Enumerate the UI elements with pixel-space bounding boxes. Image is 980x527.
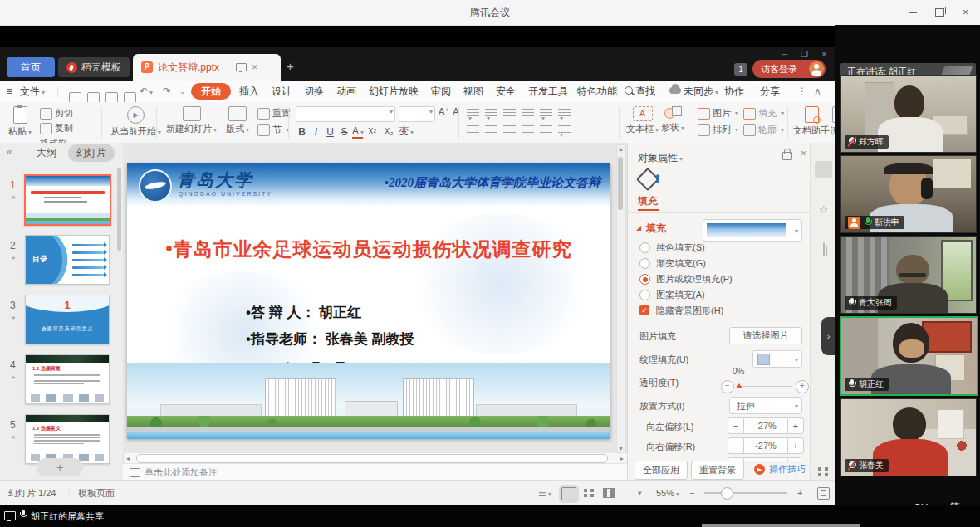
- collapse-sidebar-icon[interactable]: «: [7, 146, 12, 158]
- offset-right-value[interactable]: -27%: [744, 437, 787, 454]
- offset-left-value[interactable]: -27%: [744, 417, 787, 434]
- redo-icon[interactable]: ↷: [163, 81, 171, 102]
- scroll-down-icon[interactable]: ▼: [617, 446, 625, 451]
- layout-button[interactable]: 版式: [226, 106, 249, 135]
- zoom-out-icon[interactable]: −: [689, 481, 694, 505]
- wps-window-controls[interactable]: ─❒×: [782, 49, 826, 59]
- grow-font-button[interactable]: A⁺: [439, 106, 449, 122]
- transparency-plus[interactable]: +: [796, 380, 809, 393]
- quickbar-more-icon[interactable]: ⌄: [179, 81, 186, 102]
- guest-login-button[interactable]: 访客登录: [752, 60, 826, 78]
- zoom-level[interactable]: 55%: [656, 481, 679, 505]
- play-from-current-button[interactable]: ▶ 从当前开始: [110, 106, 161, 138]
- properties-pane-icon[interactable]: [815, 161, 832, 178]
- offset-right-plus[interactable]: +: [787, 437, 804, 454]
- minimize-icon[interactable]: [909, 12, 917, 13]
- hide-background-checkbox[interactable]: ✓: [639, 305, 649, 315]
- menu-review[interactable]: 审阅: [431, 81, 451, 102]
- menu-features[interactable]: 特色功能: [577, 81, 617, 102]
- close-icon[interactable]: ×: [963, 8, 968, 17]
- menu-devtools[interactable]: 开发工具: [528, 81, 568, 102]
- outline-button[interactable]: 轮廓: [743, 124, 784, 136]
- menu-design[interactable]: 设计: [272, 81, 292, 102]
- view-name[interactable]: 模板页面: [78, 481, 115, 505]
- hide-background-label[interactable]: 隐藏背景图形(H): [656, 305, 723, 317]
- undo-icon[interactable]: ↶: [140, 81, 153, 102]
- radio-gradient-fill-label[interactable]: 渐变填充(G): [656, 257, 706, 270]
- doc-assistant-button[interactable]: 文档助手: [793, 106, 830, 137]
- normal-view-icon[interactable]: [561, 487, 576, 500]
- slide-thumbnail-2[interactable]: 目录: [25, 235, 110, 285]
- justify-icon[interactable]: [522, 125, 534, 134]
- radio-picture-fill[interactable]: [639, 274, 650, 285]
- slide-thumbnail-3[interactable]: 1 选题背景及研究意义: [25, 295, 110, 344]
- tab-close-icon[interactable]: ×: [252, 61, 257, 73]
- radio-picture-fill-label[interactable]: 图片或纹理填充(P): [656, 273, 733, 285]
- share-button[interactable]: 分享: [760, 81, 780, 102]
- font-family-select[interactable]: [296, 106, 395, 122]
- slide-thumbnail-4[interactable]: 1.1 选题背景: [25, 354, 110, 404]
- radio-pattern-fill-label[interactable]: 图案填充(A): [656, 289, 705, 301]
- cut-button[interactable]: 剪切: [40, 107, 73, 120]
- reset-button[interactable]: 重置: [257, 107, 291, 120]
- transparency-slider-marker[interactable]: [736, 383, 742, 388]
- offset-left-plus[interactable]: +: [787, 417, 804, 434]
- collapse-video-panel-tab[interactable]: ›: [821, 317, 835, 355]
- tips-link[interactable]: 操作技巧: [769, 463, 806, 476]
- text-effects-button[interactable]: 变: [398, 124, 414, 139]
- add-slide-button[interactable]: +: [37, 458, 83, 476]
- line-spacing-icon[interactable]: [558, 125, 571, 134]
- scroll-up-icon[interactable]: ▲: [617, 146, 625, 152]
- menu-file[interactable]: 文件: [20, 81, 45, 102]
- zoom-slider-knob[interactable]: [721, 487, 733, 500]
- underline-button[interactable]: U: [324, 126, 336, 138]
- section-expand-icon[interactable]: ◢: [636, 224, 641, 232]
- more-menu-icon[interactable]: ⋮: [797, 81, 807, 102]
- distribute-icon[interactable]: [540, 125, 552, 134]
- offset-left-stepper[interactable]: −-27%+: [728, 417, 804, 434]
- menu-start[interactable]: 开始: [191, 83, 231, 100]
- video-tile-5[interactable]: 张春美: [840, 398, 977, 476]
- find-button[interactable]: 查找: [625, 81, 655, 102]
- radio-solid-fill-label[interactable]: 纯色填充(S): [656, 242, 705, 254]
- radio-gradient-fill[interactable]: [639, 258, 650, 269]
- scroll-right-icon[interactable]: ▸: [620, 455, 624, 462]
- view-more-icon[interactable]: ▾: [638, 481, 642, 505]
- placement-select[interactable]: 拉伸: [729, 397, 802, 414]
- slide-thumbnail-1[interactable]: [24, 174, 111, 226]
- superscript-button[interactable]: X²: [365, 127, 380, 136]
- slide-editor[interactable]: 青岛大学 QINGDAO UNIVERSITY •2020届青岛大学体育学院毕业…: [127, 163, 610, 439]
- align-right-icon[interactable]: [503, 125, 516, 134]
- slide-thumbnail-5[interactable]: 1.2 选题意义: [25, 414, 110, 464]
- radio-pattern-fill[interactable]: [639, 290, 650, 300]
- zoom-in-icon[interactable]: +: [797, 481, 802, 505]
- panel-title[interactable]: 对象属性: [638, 151, 683, 165]
- choose-picture-button[interactable]: 请选择图片: [729, 327, 802, 344]
- italic-button[interactable]: I: [310, 126, 322, 138]
- zoom-slider-track[interactable]: [704, 492, 787, 494]
- columns-icon[interactable]: [540, 109, 552, 118]
- menu-insert[interactable]: 插入: [239, 81, 259, 102]
- notes-placeholder[interactable]: 单击此处添加备注: [145, 466, 218, 479]
- offset-right-stepper[interactable]: −-27%+: [728, 437, 804, 454]
- fill-tab[interactable]: 填充: [638, 194, 658, 208]
- scroll-left-icon[interactable]: ◂: [126, 455, 130, 462]
- tab-home[interactable]: 首页: [7, 57, 55, 77]
- canvas-horizontal-scrollbar[interactable]: ◂ ▸: [123, 453, 627, 463]
- shapes-button[interactable]: 形状: [661, 106, 684, 134]
- numbering-icon[interactable]: [485, 109, 497, 118]
- subscript-button[interactable]: X₂: [381, 127, 396, 136]
- menu-transition[interactable]: 切换: [304, 81, 324, 102]
- collapse-ribbon-icon[interactable]: ∧: [814, 81, 821, 102]
- sync-status[interactable]: 未同步: [669, 81, 718, 102]
- video-tile-2[interactable]: 靳洪申: [840, 155, 977, 233]
- effects-pane-icon[interactable]: ☆: [815, 201, 832, 218]
- offset-right-minus[interactable]: −: [728, 437, 744, 454]
- notes-toggle-icon[interactable]: ☰: [538, 481, 551, 505]
- font-size-select[interactable]: [399, 106, 435, 122]
- collaborate-button[interactable]: 协作: [724, 81, 744, 102]
- menu-security[interactable]: 安全: [496, 81, 516, 102]
- canvas-vertical-scrollbar[interactable]: ▲ ▼: [616, 144, 626, 453]
- transparency-slider-track[interactable]: [737, 386, 792, 387]
- reading-view-icon[interactable]: [603, 488, 615, 498]
